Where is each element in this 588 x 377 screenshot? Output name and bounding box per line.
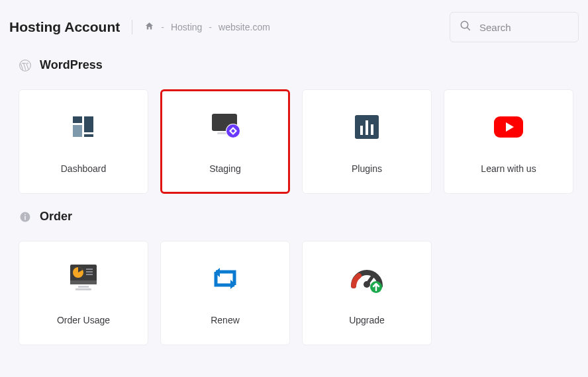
svg-rect-17 [24, 216, 26, 220]
svg-rect-3 [73, 116, 82, 123]
card-dashboard-label: Dashboard [61, 163, 107, 174]
card-dashboard[interactable]: Dashboard [19, 89, 148, 194]
wordpress-grid: Dashboard Staging [0, 77, 588, 200]
svg-rect-26 [86, 274, 93, 275]
wordpress-icon [19, 59, 32, 72]
dashboard-icon [68, 109, 99, 145]
breadcrumb: - Hosting - website.com [144, 21, 270, 33]
card-learn[interactable]: Learn with us [444, 89, 573, 194]
renew-icon [207, 261, 244, 296]
card-plugins[interactable]: Plugins [302, 89, 432, 194]
card-renew[interactable]: Renew [160, 241, 290, 345]
breadcrumb-site[interactable]: website.com [219, 22, 270, 32]
section-order-title: Order [40, 210, 72, 224]
search-icon [460, 20, 471, 34]
card-upgrade-label: Upgrade [349, 315, 385, 325]
svg-line-1 [467, 27, 470, 30]
svg-rect-5 [73, 125, 82, 137]
section-order-head: Order [0, 200, 588, 229]
svg-rect-4 [84, 116, 93, 132]
breadcrumb-sep: - [209, 22, 212, 32]
svg-rect-22 [75, 288, 91, 290]
breadcrumb-hosting[interactable]: Hosting [171, 22, 202, 32]
info-icon [19, 210, 32, 224]
svg-rect-24 [86, 269, 93, 270]
svg-rect-25 [86, 271, 93, 272]
svg-rect-20 [70, 280, 97, 284]
page-title: Hosting Account [9, 19, 120, 35]
section-wordpress-head: WordPress [0, 49, 588, 77]
card-staging-label: Staging [209, 163, 240, 174]
staging-icon [205, 109, 245, 145]
card-staging[interactable]: Staging [160, 89, 290, 194]
search-input[interactable] [479, 22, 569, 33]
breadcrumb-sep: - [161, 22, 164, 32]
card-learn-label: Learn with us [481, 163, 536, 174]
svg-rect-6 [84, 134, 93, 137]
card-order-usage-label: Order Usage [57, 315, 110, 325]
youtube-icon [491, 109, 526, 145]
card-plugins-label: Plugins [352, 163, 382, 174]
divider [132, 20, 132, 34]
svg-rect-12 [360, 126, 363, 135]
order-grid: Order Usage Renew Upgrade [0, 229, 588, 352]
card-order-usage[interactable]: Order Usage [19, 241, 148, 345]
svg-rect-18 [24, 214, 26, 215]
card-upgrade[interactable]: Upgrade [302, 241, 432, 345]
svg-rect-13 [366, 120, 368, 135]
upgrade-icon [348, 261, 385, 296]
home-icon[interactable] [144, 21, 154, 33]
svg-rect-21 [78, 286, 89, 288]
search-box[interactable] [450, 12, 579, 42]
top-bar: Hosting Account - Hosting - website.com [0, 0, 588, 49]
card-renew-label: Renew [211, 315, 240, 325]
order-usage-icon [65, 261, 102, 296]
section-wordpress-title: WordPress [40, 58, 103, 72]
svg-point-0 [461, 21, 468, 28]
plugins-icon [351, 109, 383, 145]
svg-rect-14 [371, 124, 373, 135]
